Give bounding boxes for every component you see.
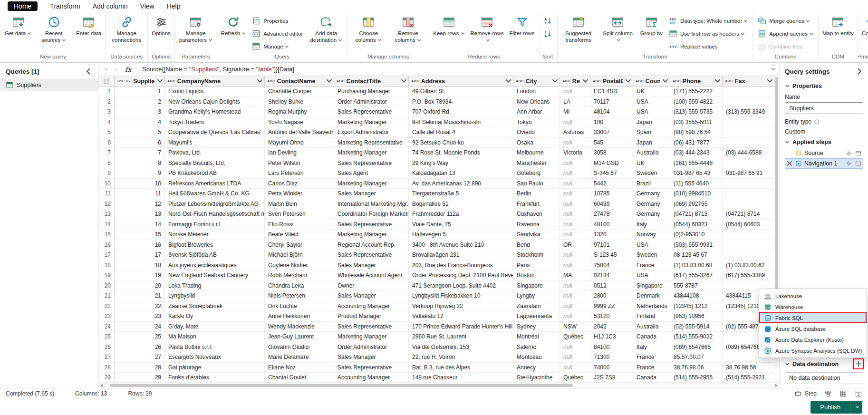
cell-companyname[interactable]: G'day, Mate — [165, 322, 265, 332]
menu-tab-help[interactable]: Help — [167, 2, 181, 10]
cell-companyname[interactable]: Specialty Biscuits, Ltd. — [165, 158, 265, 169]
cell-postalcode[interactable]: J2S 7S8 — [590, 373, 633, 382]
cell-region[interactable]: null — [560, 291, 590, 301]
replace-values-button[interactable]: 12Replace values — [665, 40, 751, 52]
cell-country[interactable]: Italy — [633, 220, 670, 230]
cell-fax[interactable] — [723, 158, 774, 169]
cell-region[interactable]: null — [560, 199, 590, 210]
cell-contacttitle[interactable]: Sales Agent — [334, 168, 409, 179]
row-number[interactable]: 27 — [98, 352, 115, 363]
cell-city[interactable]: London — [513, 87, 560, 97]
gear-icon[interactable] — [845, 150, 852, 157]
row-number[interactable]: 14 — [98, 220, 115, 230]
row-number[interactable]: 11 — [98, 189, 115, 199]
cell-contacttitle[interactable]: Export Administrator — [334, 127, 409, 138]
menu-tab-transform[interactable]: Transform — [50, 2, 80, 10]
cell-fax[interactable] — [723, 250, 774, 261]
row-number[interactable]: 3 — [98, 107, 115, 117]
options-button[interactable]: Options — [149, 13, 173, 38]
cell-region[interactable]: Asturias — [560, 127, 590, 138]
properties-button[interactable]: Properties — [249, 15, 306, 27]
cell-country[interactable]: Denmark — [633, 291, 670, 301]
cell-city[interactable]: Sandvika — [513, 230, 560, 240]
cell-supplierid[interactable]: 16 — [115, 240, 165, 251]
cell-city[interactable]: Sydney — [513, 322, 560, 332]
row-number[interactable]: 8 — [98, 158, 115, 169]
cell-phone[interactable]: (100) 555-4822 — [670, 97, 723, 107]
cell-companyname[interactable]: Leka Trading — [165, 281, 265, 291]
filter-dropdown-icon[interactable] — [156, 77, 164, 85]
cell-supplierid[interactable]: 19 — [115, 270, 165, 281]
cell-region[interactable]: null — [560, 352, 590, 363]
publish-button[interactable]: Publish — [810, 401, 850, 414]
cell-fax[interactable] — [723, 97, 774, 107]
cell-companyname[interactable]: Nord-Ost-Fisch Handelsgesellschaft mbH — [165, 209, 265, 220]
cell-city[interactable]: Singapore — [513, 281, 560, 291]
cell-postalcode[interactable]: 02134 — [590, 270, 633, 281]
cell-contacttitle[interactable]: Regional Account Rep. — [334, 240, 409, 251]
cell-region[interactable]: null — [560, 138, 590, 148]
applied-steps-section-header[interactable]: Applied steps — [785, 139, 863, 145]
cell-supplierid[interactable]: 22 — [115, 301, 165, 312]
cell-country[interactable]: Spain — [633, 127, 670, 138]
cell-companyname[interactable]: Pavlova, Ltd. — [165, 148, 265, 158]
cell-companyname[interactable]: New Orleans Cajun Delights — [165, 97, 265, 107]
split-column-button[interactable]: Split column — [598, 13, 637, 44]
cell-city[interactable]: Ann Arbor — [513, 107, 560, 117]
cell-companyname[interactable]: Plutzer Lebensmittelgroßmärkte AG — [165, 199, 265, 210]
cell-address[interactable]: 170 Prince Edward Parade Hunter's Hill — [409, 322, 513, 332]
cell-contactname[interactable]: Shelley Burke — [265, 97, 334, 107]
sort-ascending-button[interactable]: AZ — [540, 15, 556, 27]
remove-rows-button[interactable]: Remove rows — [468, 13, 507, 44]
cell-contacttitle[interactable]: Sales Representative — [334, 322, 409, 332]
cell-postalcode[interactable]: H1J 1C3 — [590, 332, 633, 342]
cell-contactname[interactable]: Chantal Goulet — [265, 373, 334, 382]
cell-city[interactable]: Montceau — [513, 352, 560, 363]
column-header-address[interactable]: ABCAddress — [409, 76, 513, 86]
cell-address[interactable]: P.O. Box 78934 — [409, 97, 513, 107]
cell-country[interactable]: Netherlands — [633, 301, 670, 312]
cell-companyname[interactable]: Heli Süßwaren GmbH & Co. KG — [165, 189, 265, 199]
get-data-button[interactable]: Get data — [2, 13, 34, 38]
cell-contacttitle[interactable]: Owner — [334, 281, 409, 291]
cell-address[interactable]: Av. das Americanas 12.890 — [409, 179, 513, 189]
cell-phone[interactable]: (98) 598 76 54 — [670, 127, 723, 138]
destination-option-fabric-sql[interactable]: Fabric SQL — [759, 312, 867, 323]
row-number[interactable]: 25 — [98, 332, 115, 342]
cell-address[interactable]: Lyngbysild Fiskebakken 10 — [409, 291, 513, 301]
row-number[interactable]: 4 — [98, 117, 115, 128]
filter-rows-button[interactable]: Filter rows — [507, 13, 537, 38]
cell-country[interactable]: USA — [633, 270, 670, 281]
cell-fax[interactable]: (03) 444-6588 — [723, 148, 774, 158]
cell-country[interactable]: Australia — [633, 322, 670, 332]
row-number[interactable]: 28 — [98, 363, 115, 373]
cell-contactname[interactable]: Chandra Leka — [265, 281, 334, 291]
cell-fax[interactable]: (313) 555-3349 — [723, 107, 774, 117]
data-view-icon[interactable] — [839, 390, 847, 397]
cell-city[interactable]: Lappeenranta — [513, 311, 560, 322]
append-queries-button[interactable]: Append queries — [754, 28, 817, 39]
cell-contacttitle[interactable]: Sales Manager — [334, 261, 409, 271]
row-number[interactable]: 13 — [98, 209, 115, 220]
cell-phone[interactable]: (617) 555-3267 — [670, 270, 723, 281]
cell-country[interactable]: Germany — [633, 199, 670, 210]
row-number[interactable]: 24 — [98, 322, 115, 332]
cell-address[interactable]: Calle del Rosal 4 — [409, 127, 513, 138]
sort-descending-button[interactable]: ZA — [540, 28, 556, 39]
recent-sources-button[interactable]: Recent sources — [34, 13, 73, 44]
cell-city[interactable]: Göteborg — [513, 168, 560, 179]
cell-contactname[interactable]: Eliane Noz — [265, 363, 334, 373]
cell-supplierid[interactable]: 1 — [115, 87, 165, 97]
row-number[interactable]: 23 — [98, 311, 115, 322]
cell-region[interactable]: OR — [560, 240, 590, 251]
applied-step-navigation-1[interactable]: Navigation 1 — [785, 158, 863, 169]
cell-address[interactable]: 74 Rose St. Moonie Ponds — [409, 148, 513, 158]
cell-fax[interactable]: 38.76.98.58 — [723, 363, 774, 373]
cell-phone[interactable]: (010) 9984510 — [670, 189, 723, 199]
cell-contacttitle[interactable]: Sales Manager — [334, 189, 409, 199]
add-destination-button[interactable] — [855, 360, 863, 368]
data-type-whole-number-button[interactable]: ABC123Data type: Whole number — [665, 15, 751, 27]
cell-region[interactable]: null — [560, 261, 590, 271]
cell-phone[interactable]: (11) 555 4640 — [670, 179, 723, 189]
cell-postalcode[interactable]: 70117 — [590, 97, 633, 107]
